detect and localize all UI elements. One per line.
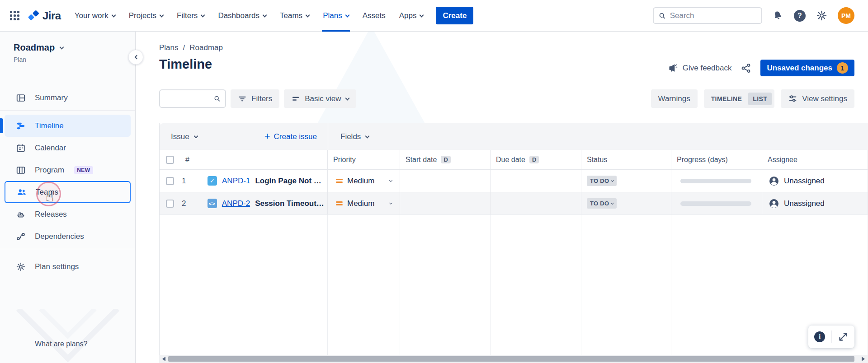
plan-header: Roadmap Plan — [14, 42, 63, 63]
header-actions: Give feedback Unsaved changes 1 — [668, 60, 854, 76]
priority-cell[interactable]: Medium — [328, 170, 400, 192]
breadcrumb-roadmap[interactable]: Roadmap — [189, 43, 223, 52]
issue-type-code-icon: <> — [208, 199, 217, 208]
issue-key-link[interactable]: ANPD-2 — [222, 199, 250, 208]
due-date-cell[interactable] — [491, 192, 581, 215]
sidebar-item-calendar[interactable]: Calendar — [5, 137, 131, 159]
sidebar-collapse-button[interactable] — [128, 50, 143, 65]
chevron-down-icon — [611, 201, 614, 204]
start-date-cell[interactable] — [400, 192, 491, 215]
plan-switcher[interactable]: Roadmap — [14, 42, 63, 53]
nav-dashboards[interactable]: Dashboards — [218, 0, 266, 32]
jira-logo[interactable]: Jira — [28, 9, 61, 22]
timeline-gantt-icon — [15, 121, 26, 131]
segment-timeline[interactable]: TIMELINE — [707, 93, 747, 105]
sidebar-nav: Summary Timeline Calendar — [0, 87, 135, 278]
new-badge: NEW — [74, 166, 93, 174]
info-icon[interactable]: i — [814, 331, 825, 342]
nav-your-work[interactable]: Your work — [75, 0, 115, 32]
sidebar-item-teams[interactable]: Teams — [5, 181, 131, 203]
scroll-right-arrow-icon[interactable] — [862, 357, 865, 361]
give-feedback-button[interactable]: Give feedback — [668, 63, 732, 73]
user-avatar[interactable]: PM — [838, 7, 854, 24]
start-date-cell[interactable] — [400, 170, 491, 192]
progress-bar — [680, 201, 751, 206]
create-issue-button[interactable]: + Create issue — [264, 132, 317, 141]
row-checkbox[interactable] — [166, 177, 174, 185]
status-dropdown[interactable]: TO DO — [587, 176, 617, 186]
assignee-cell[interactable]: Unassigned — [762, 192, 868, 215]
sidebar-item-dependencies[interactable]: Dependencies — [5, 225, 131, 247]
issue-summary[interactable]: Login Page Not Re... — [255, 177, 327, 186]
column-header-progress: Progress (days) — [671, 150, 762, 169]
page-title: Timeline — [159, 57, 212, 72]
sidebar-item-summary[interactable]: Summary — [5, 87, 131, 109]
view-settings-button[interactable]: View settings — [781, 89, 854, 108]
column-header-start-date: Start date D — [400, 150, 491, 169]
chevron-down-icon — [345, 13, 349, 17]
row-checkbox[interactable] — [166, 200, 174, 208]
issue-search-input[interactable] — [165, 94, 213, 103]
global-search[interactable] — [653, 7, 762, 24]
scroll-left-arrow-icon[interactable] — [162, 357, 165, 361]
fields-menu-dropdown[interactable]: Fields — [340, 132, 369, 141]
row-index: 2 — [182, 199, 188, 208]
menu-bar-divider — [328, 123, 328, 150]
chevron-down-icon — [389, 201, 392, 204]
toolbar-right: Warnings TIMELINE LIST View settings — [651, 89, 855, 108]
chevron-down-icon — [201, 13, 205, 17]
sidebar-item-program[interactable]: Program NEW — [5, 159, 131, 181]
settings-gear-icon[interactable] — [816, 10, 827, 21]
unsaved-count-badge: 1 — [837, 62, 848, 74]
issue-search-box[interactable] — [159, 89, 226, 108]
nav-plans-active[interactable]: Plans — [323, 0, 349, 32]
sidebar-item-releases[interactable]: Releases — [5, 203, 131, 225]
status-dropdown[interactable]: TO DO — [587, 198, 617, 209]
sidebar-item-plan-settings[interactable]: Plan settings — [5, 256, 131, 278]
progress-bar — [680, 179, 751, 183]
help-icon[interactable]: ? — [794, 10, 806, 22]
assignee-cell[interactable]: Unassigned — [762, 170, 868, 192]
share-icon[interactable] — [741, 63, 751, 74]
issue-menu-dropdown[interactable]: Issue — [171, 132, 198, 141]
teams-people-icon — [16, 187, 27, 197]
notifications-bell-icon[interactable] — [772, 10, 783, 21]
nav-projects[interactable]: Projects — [129, 0, 163, 32]
sidebar-item-timeline[interactable]: Timeline — [5, 115, 131, 137]
select-all-checkbox[interactable] — [166, 156, 174, 164]
nav-apps[interactable]: Apps — [399, 0, 424, 32]
chevron-down-icon — [420, 13, 424, 17]
chevron-down-icon — [193, 134, 198, 138]
scrollbar-thumb[interactable] — [168, 356, 854, 362]
chevron-down-icon — [611, 178, 614, 182]
create-button[interactable]: Create — [436, 7, 473, 24]
table-row: 1 ✓ ANPD-1 Login Page Not Re... Medium T… — [160, 170, 868, 192]
unassigned-avatar-icon — [769, 198, 779, 209]
jira-mark-icon — [28, 9, 40, 22]
filters-button[interactable]: Filters — [231, 89, 279, 108]
nav-filters[interactable]: Filters — [177, 0, 204, 32]
view-mode-dropdown[interactable]: Basic view — [284, 89, 356, 108]
warnings-button[interactable]: Warnings — [651, 89, 698, 108]
nav-assets[interactable]: Assets — [363, 0, 386, 32]
issue-summary[interactable]: Session Timeout Is... — [255, 199, 327, 208]
breadcrumb: Plans / Roadmap — [159, 43, 223, 52]
breadcrumb-plans[interactable]: Plans — [159, 43, 179, 52]
sidebar-watermark — [0, 309, 136, 363]
nav-teams[interactable]: Teams — [280, 0, 309, 32]
what-are-plans-link[interactable]: What are plans? — [35, 340, 88, 348]
gear-icon — [15, 262, 26, 272]
search-icon — [658, 11, 666, 20]
priority-cell[interactable]: Medium — [328, 192, 400, 215]
segment-list[interactable]: LIST — [748, 93, 772, 105]
issue-cell: 1 ✓ ANPD-1 Login Page Not Re... — [160, 170, 328, 192]
due-date-cell[interactable] — [491, 170, 581, 192]
issue-key-link[interactable]: ANPD-1 — [222, 177, 250, 186]
nav-utility-icons: ? PM — [772, 7, 854, 24]
unsaved-changes-button[interactable]: Unsaved changes 1 — [760, 60, 854, 76]
releases-ship-icon — [15, 209, 26, 219]
global-search-input[interactable] — [670, 11, 757, 20]
fullscreen-expand-icon[interactable] — [838, 331, 849, 342]
app-switcher-icon[interactable] — [10, 11, 20, 21]
horizontal-scrollbar[interactable] — [159, 355, 868, 363]
